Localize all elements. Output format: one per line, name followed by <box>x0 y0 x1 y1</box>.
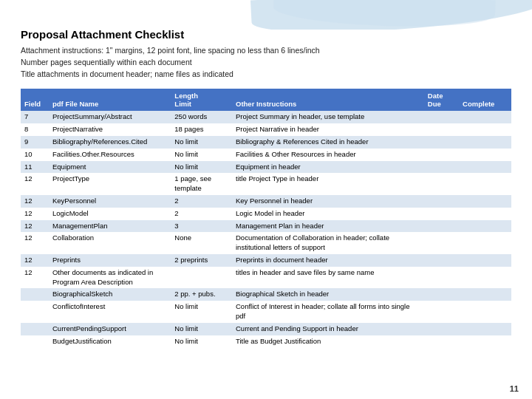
cell-pdf: ProjectSummary/Abstract <box>49 111 171 123</box>
cell-date <box>424 267 459 289</box>
cell-pdf: ProjectType <box>49 173 171 195</box>
cell-complete <box>459 301 511 323</box>
cell-length: 18 pages <box>171 123 232 136</box>
table-row: 12LogicModel2Logic Model in header <box>21 208 511 220</box>
cell-complete <box>459 323 511 335</box>
cell-date <box>424 232 459 254</box>
cell-length: 2 <box>171 208 232 220</box>
cell-complete <box>459 220 511 233</box>
cell-date <box>424 149 459 161</box>
cell-complete <box>459 232 511 254</box>
cell-other: Conflict of Interest in header; collate … <box>232 301 424 323</box>
page-number: 11 <box>510 384 519 393</box>
cell-date <box>424 173 459 195</box>
cell-other: Preprints in document header <box>232 254 424 267</box>
cell-field: 12 <box>21 195 49 208</box>
cell-length: 2 preprints <box>171 254 232 267</box>
cell-length: None <box>171 232 232 254</box>
cell-field: 10 <box>21 149 49 161</box>
cell-length: No limit <box>171 335 232 348</box>
cell-other: Equipment in header <box>232 161 424 174</box>
col-header-complete: Complete <box>459 89 511 111</box>
cell-other: Documentation of Collaboration in header… <box>232 232 424 254</box>
cell-length: No limit <box>171 301 232 323</box>
cell-other: Key Personnel in header <box>232 195 424 208</box>
header-decoration <box>0 0 532 30</box>
table-row: 8ProjectNarrative18 pagesProject Narrati… <box>21 123 511 136</box>
cell-length <box>171 267 232 289</box>
table-row: BiographicalSketch2 pp. + pubs.Biographi… <box>21 288 511 301</box>
cell-length: 1 page, see template <box>171 173 232 195</box>
cell-date <box>424 111 459 123</box>
col-header-other: Other Instructions <box>232 89 424 111</box>
cell-other: titles in header and save files by same … <box>232 267 424 289</box>
cell-length: 250 words <box>171 111 232 123</box>
cell-complete <box>459 161 511 174</box>
cell-field: 12 <box>21 267 49 289</box>
cell-date <box>424 220 459 233</box>
cell-pdf: Equipment <box>49 161 171 174</box>
cell-date <box>424 301 459 323</box>
cell-pdf: Collaboration <box>49 232 171 254</box>
table-row: CurrentPendingSupportNo limitCurrent and… <box>21 323 511 335</box>
cell-date <box>424 208 459 220</box>
cell-length: 3 <box>171 220 232 233</box>
cell-complete <box>459 288 511 301</box>
instruction-line-2: Number pages sequentially within each do… <box>21 57 511 69</box>
table-row: 12KeyPersonnel2Key Personnel in header <box>21 195 511 208</box>
cell-length: No limit <box>171 149 232 161</box>
cell-date <box>424 161 459 174</box>
cell-date <box>424 195 459 208</box>
cell-date <box>424 323 459 335</box>
cell-complete <box>459 173 511 195</box>
cell-length: No limit <box>171 161 232 174</box>
cell-field: 12 <box>21 220 49 233</box>
col-header-pdf: pdf File Name <box>49 89 171 111</box>
instruction-line-3: Title attachments in document header; na… <box>21 69 511 81</box>
cell-complete <box>459 208 511 220</box>
cell-complete <box>459 254 511 267</box>
cell-date <box>424 136 459 149</box>
table-row: 7ProjectSummary/Abstract250 wordsProject… <box>21 111 511 123</box>
cell-length: No limit <box>171 323 232 335</box>
cell-pdf: Preprints <box>49 254 171 267</box>
cell-date <box>424 123 459 136</box>
cell-date <box>424 335 459 348</box>
table-row: 12ProjectType1 page, see templatetitle P… <box>21 173 511 195</box>
col-header-date: DateDue <box>424 89 459 111</box>
cell-pdf: KeyPersonnel <box>49 195 171 208</box>
cell-complete <box>459 123 511 136</box>
cell-date <box>424 288 459 301</box>
cell-length: 2 <box>171 195 232 208</box>
cell-field: 12 <box>21 254 49 267</box>
cell-complete <box>459 195 511 208</box>
cell-field <box>21 323 49 335</box>
cell-field: 12 <box>21 232 49 254</box>
cell-pdf: ManagementPlan <box>49 220 171 233</box>
cell-pdf: ProjectNarrative <box>49 123 171 136</box>
cell-length: No limit <box>171 136 232 149</box>
col-header-field: Field <box>21 89 49 111</box>
table-row: 10Facilities.Other.ResourcesNo limitFaci… <box>21 149 511 161</box>
cell-other: Biographical Sketch in header <box>232 288 424 301</box>
cell-complete <box>459 136 511 149</box>
instruction-line-1: Attachment instructions: 1" margins, 12 … <box>21 45 511 57</box>
cell-other: title Project Type in header <box>232 173 424 195</box>
cell-pdf: Other documents as indicated in Program … <box>49 267 171 289</box>
cell-field: 12 <box>21 208 49 220</box>
cell-other: Management Plan in header <box>232 220 424 233</box>
cell-other: Project Summary in header, use template <box>232 111 424 123</box>
cell-field: 7 <box>21 111 49 123</box>
cell-pdf: BudgetJustification <box>49 335 171 348</box>
table-row: ConflictofInterestNo limitConflict of In… <box>21 301 511 323</box>
cell-complete <box>459 149 511 161</box>
checklist-table: Field pdf File Name LengthLimit Other In… <box>21 89 511 347</box>
cell-date <box>424 254 459 267</box>
cell-other: Facilities & Other Resources in header <box>232 149 424 161</box>
cell-complete <box>459 267 511 289</box>
cell-field: 9 <box>21 136 49 149</box>
table-row: 12Preprints2 preprintsPreprints in docum… <box>21 254 511 267</box>
cell-field: 12 <box>21 173 49 195</box>
table-row: 12CollaborationNoneDocumentation of Coll… <box>21 232 511 254</box>
cell-field <box>21 335 49 348</box>
